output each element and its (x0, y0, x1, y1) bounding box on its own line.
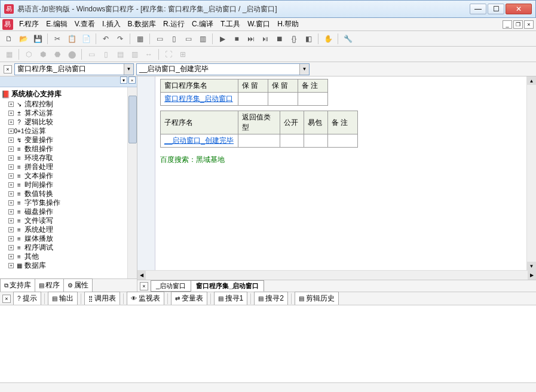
menu-run[interactable]: R.运行 (160, 18, 188, 30)
editor-h-scrollbar[interactable]: ◀ ▶ (137, 270, 536, 280)
tree-node-18[interactable]: +▦数据库 (1, 261, 136, 270)
dock-pin-button[interactable]: ▾ (120, 76, 127, 84)
toolbar-button-15[interactable]: ▭ (182, 32, 195, 45)
menu-program[interactable]: F.程序 (16, 18, 42, 30)
maximize-button[interactable]: ☐ (488, 4, 504, 14)
mdi-restore-button[interactable]: ❐ (513, 20, 523, 29)
toolbar-button-9[interactable]: ↷ (114, 32, 127, 45)
scrollbar-thumb[interactable] (128, 96, 137, 143)
tree-node-1[interactable]: +±算术运算 (1, 109, 136, 118)
dock-close-button[interactable]: × (128, 76, 136, 84)
output-panel[interactable] (0, 305, 536, 382)
expand-icon[interactable]: + (8, 173, 14, 179)
tree-node-17[interactable]: +≡其他 (1, 252, 136, 261)
expand-icon[interactable]: + (8, 245, 14, 250)
navigator-close-button[interactable]: × (4, 65, 12, 74)
editor-tab-close-button[interactable]: × (140, 282, 148, 290)
tree-node-3[interactable]: +0+1位运算 (1, 127, 136, 136)
procedure-combo[interactable]: __启动窗口_创建完毕 ▼ (136, 63, 310, 75)
menu-compile[interactable]: C.编译 (188, 18, 217, 30)
toolbar-button-0[interactable]: 🗋 (2, 32, 16, 45)
layout-button-5[interactable]: ⬤ (65, 48, 78, 61)
output-tab-3[interactable]: 👁监视表 (127, 292, 164, 305)
expand-icon[interactable]: + (8, 218, 14, 223)
layout-button-0[interactable]: ▦ (2, 48, 16, 61)
output-tab-4[interactable]: ⇄变量表 (171, 292, 207, 305)
menu-insert[interactable]: I.插入 (99, 18, 124, 30)
toolbar-button-6[interactable]: 📄 (79, 32, 93, 45)
toolbar-button-22[interactable]: ⏹ (273, 32, 286, 45)
expand-icon[interactable]: + (8, 209, 14, 215)
output-tab-7[interactable]: ▤剪辑历史 (295, 292, 339, 305)
expand-icon[interactable]: + (8, 120, 14, 125)
menu-help[interactable]: H.帮助 (274, 18, 302, 30)
tree-scrollbar[interactable] (127, 87, 137, 278)
layout-button-14[interactable]: ⊞ (176, 48, 189, 61)
expand-icon[interactable]: + (8, 102, 14, 107)
toolbar-button-4[interactable]: ✂ (51, 32, 64, 45)
tree-node-15[interactable]: +≡媒体播放 (1, 234, 136, 243)
layout-button-4[interactable]: ⬣ (51, 48, 64, 61)
expand-icon[interactable]: + (8, 111, 14, 116)
toolbar-button-19[interactable]: ■ (230, 32, 243, 45)
scroll-right-icon[interactable]: ▶ (528, 271, 536, 280)
output-close-button[interactable]: × (2, 295, 11, 303)
toolbar-button-1[interactable]: 📂 (17, 32, 30, 45)
editor-v-scrollbar[interactable]: ▲ ▼ (526, 76, 536, 270)
tree-node-11[interactable]: +≡字节集操作 (1, 198, 136, 207)
toolbar-button-18[interactable]: ▶ (216, 32, 229, 45)
expand-icon[interactable]: + (8, 146, 14, 152)
tree-node-10[interactable]: +≡数值转换 (1, 189, 136, 198)
expand-icon[interactable]: + (8, 164, 14, 170)
menu-tools[interactable]: T.工具 (217, 18, 244, 30)
close-button[interactable]: ✕ (506, 4, 532, 14)
table-row[interactable]: 窗口程序集_启动窗口 (161, 93, 328, 106)
tab-start-window[interactable]: _启动窗口 (151, 280, 191, 292)
layout-button-8[interactable]: ▯ (99, 48, 112, 61)
tree-node-0[interactable]: +↘流程控制 (1, 100, 136, 109)
toolbar-button-11[interactable]: ▦ (133, 32, 146, 45)
expand-icon[interactable]: + (8, 191, 14, 197)
toolbar-button-13[interactable]: ▭ (153, 32, 166, 45)
tree-node-2[interactable]: +?逻辑比较 (1, 118, 136, 127)
layout-button-3[interactable]: ⬢ (36, 48, 50, 61)
tree-node-6[interactable]: +≡环境存取 (1, 154, 136, 163)
minimize-button[interactable]: — (470, 4, 486, 14)
tree-node-5[interactable]: +≡数组操作 (1, 145, 136, 154)
toolbar-button-16[interactable]: ▥ (196, 32, 209, 45)
toolbar-button-21[interactable]: ⏯ (259, 32, 272, 45)
output-tab-2[interactable]: ⣿调用表 (84, 292, 120, 305)
menu-window[interactable]: W.窗口 (244, 18, 274, 30)
menu-database[interactable]: B.数据库 (124, 18, 160, 30)
expand-icon[interactable]: + (8, 182, 14, 188)
expand-icon[interactable]: + (8, 200, 14, 206)
expand-icon[interactable]: + (8, 254, 14, 259)
menu-edit[interactable]: E.编辑 (42, 18, 71, 30)
output-tab-6[interactable]: ▤搜寻2 (254, 292, 288, 305)
toolbar-button-28[interactable]: 🔧 (341, 32, 354, 45)
tree-node-16[interactable]: +≡程序调试 (1, 243, 136, 252)
toolbar-button-23[interactable]: {} (287, 32, 301, 45)
tree-node-9[interactable]: +≡时间操作 (1, 180, 136, 189)
output-tab-1[interactable]: ▤输出 (48, 292, 78, 305)
module-combo[interactable]: 窗口程序集_启动窗口 ▼ (14, 63, 134, 75)
tree-node-8[interactable]: +≡文本操作 (1, 172, 136, 180)
table-row[interactable]: __启动窗口_创建完毕 (161, 134, 358, 148)
output-tab-0[interactable]: ?提示 (13, 292, 41, 305)
mdi-close-button[interactable]: × (524, 20, 534, 29)
output-tab-5[interactable]: ▤搜寻1 (214, 292, 248, 305)
tree-node-13[interactable]: +≡文件读写 (1, 216, 136, 225)
scroll-up-icon[interactable]: ▲ (527, 76, 536, 85)
toolbar-button-14[interactable]: ▯ (167, 32, 180, 45)
tab-window-module[interactable]: 窗口程序集_启动窗口 (191, 280, 264, 292)
expand-icon[interactable]: + (8, 263, 14, 268)
toolbar-button-5[interactable]: 📋 (65, 32, 78, 45)
tree-node-7[interactable]: +≡拼音处理 (1, 163, 136, 172)
layout-button-13[interactable]: ⛶ (162, 48, 175, 61)
library-tree[interactable]: 📕 系统核心支持库 +↘流程控制+±算术运算+?逻辑比较+0+1位运算+↯变量操… (0, 87, 137, 278)
expand-icon[interactable]: + (8, 137, 14, 143)
lib-tab-1[interactable]: ▤程序 (35, 278, 64, 292)
tree-node-14[interactable]: +≡系统处理 (1, 225, 136, 234)
tree-root[interactable]: 📕 系统核心支持库 (1, 88, 136, 100)
layout-button-9[interactable]: ▤ (114, 48, 127, 61)
